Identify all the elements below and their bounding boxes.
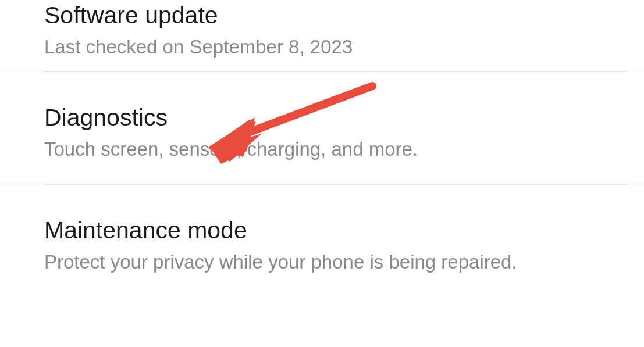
settings-item-diagnostics[interactable]: Diagnostics Touch screen, sensors, charg…: [0, 72, 644, 184]
item-title: Software update: [44, 0, 644, 31]
item-subtitle: Touch screen, sensors, charging, and mor…: [44, 137, 644, 163]
item-subtitle: Last checked on September 8, 2023: [44, 34, 644, 60]
item-subtitle: Protect your privacy while your phone is…: [44, 249, 644, 276]
item-title: Diagnostics: [44, 102, 644, 133]
item-title: Maintenance mode: [44, 215, 644, 246]
settings-list: Software update Last checked on Septembe…: [0, 0, 644, 286]
settings-item-maintenance-mode[interactable]: Maintenance mode Protect your privacy wh…: [0, 185, 644, 286]
settings-item-software-update[interactable]: Software update Last checked on Septembe…: [0, 0, 644, 71]
